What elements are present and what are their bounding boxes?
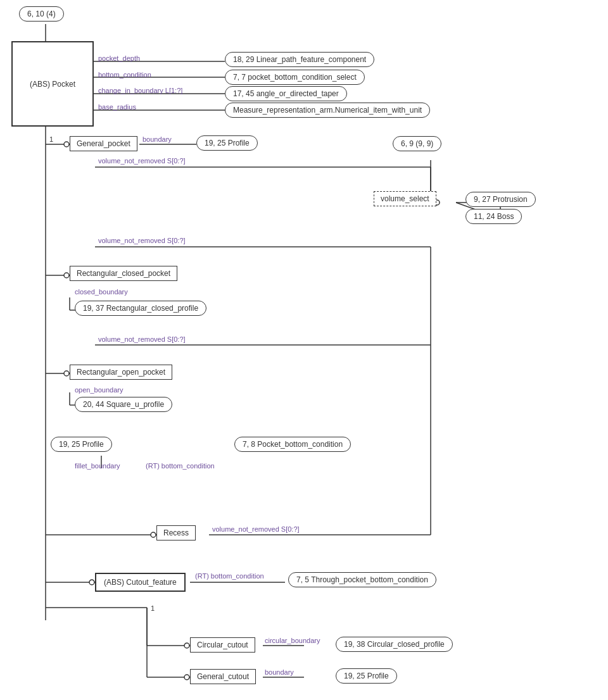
n8-node: 11, 24 Boss <box>466 209 522 224</box>
n5-node: 19, 25 Profile <box>196 135 258 151</box>
abs-pocket-label: (ABS) Pocket <box>30 80 75 89</box>
pocket-depth-label: pocket_depth <box>98 54 140 62</box>
boundary-label1: boundary <box>142 135 172 143</box>
diagram: 6, 10 (4) (ABS) Pocket pocket_depth bott… <box>0 0 608 700</box>
n6-node: 6, 9 (9, 9) <box>393 136 441 151</box>
abs-cutout-node: (ABS) Cutout_feature <box>95 573 186 592</box>
n12-node: 7, 8 Pocket_bottom_condition <box>234 437 351 452</box>
n1-node: 18, 29 Linear_path_feature_component <box>225 52 374 67</box>
volume-not-removed2: volume_not_removed S[0:?] <box>98 237 186 244</box>
n14-node: 19, 38 Circular_closed_profile <box>336 637 453 652</box>
base-radius-label: base_radius <box>98 103 136 111</box>
volume-not-removed4: volume_not_removed S[0:?] <box>212 525 300 533</box>
svg-point-40 <box>64 142 69 147</box>
svg-point-43 <box>151 532 156 537</box>
volume-select-node: volume_select <box>374 191 436 206</box>
n10-node: 20, 44 Square_u_profile <box>75 397 172 412</box>
svg-point-44 <box>89 580 94 585</box>
svg-point-41 <box>64 273 69 278</box>
recess-node: Recess <box>156 525 196 541</box>
rt-bottom-condition1: (RT) bottom_condition <box>146 462 215 470</box>
change-in-boundary-label: change_in_boundary L[1:?] <box>98 87 182 94</box>
svg-point-48 <box>184 643 189 648</box>
boundary-label2: boundary <box>265 668 294 676</box>
n9-node: 19, 37 Rectangular_closed_profile <box>75 301 206 316</box>
n13-node: 7, 5 Through_pocket_bottom_condition <box>288 572 436 587</box>
circular-boundary-label: circular_boundary <box>265 637 320 644</box>
open-boundary-label: open_boundary <box>75 386 123 394</box>
volume-not-removed3: volume_not_removed S[0:?] <box>98 335 186 343</box>
rect-closed-pocket-node: Rectangular_closed_pocket <box>70 266 177 281</box>
n15-node: 19, 25 Profile <box>336 668 397 684</box>
n11-node: 19, 25 Profile <box>51 437 112 452</box>
rt-bottom-condition2: (RT) bottom_condition <box>195 572 264 580</box>
n4-node: Measure_representation_arm.Numerical_ite… <box>225 103 430 118</box>
n2-node: 7, 7 pocket_bottom_condition_select <box>225 70 365 85</box>
general-pocket-node: General_pocket <box>70 136 137 151</box>
top-label-node: 6, 10 (4) <box>19 6 64 22</box>
rect-open-pocket-node: Rectangular_open_pocket <box>70 365 172 380</box>
volume-not-removed1: volume_not_removed S[0:?] <box>98 157 186 165</box>
circular-cutout-node: Circular_cutout <box>190 637 255 653</box>
bottom-condition-label: bottom_condition <box>98 71 151 78</box>
fillet-boundary-label: fillet_boundary <box>75 462 120 470</box>
n7-node: 9, 27 Protrusion <box>466 192 536 207</box>
one-label1: 1 <box>49 135 53 143</box>
abs-pocket-node: (ABS) Pocket <box>11 41 94 127</box>
svg-point-42 <box>64 371 69 376</box>
n3-node: 17, 45 angle_or_directed_taper <box>225 86 347 101</box>
general-cutout-node: General_cutout <box>190 669 256 684</box>
one-label2: 1 <box>151 604 155 612</box>
closed-boundary-label: closed_boundary <box>75 288 128 296</box>
svg-point-49 <box>184 675 189 680</box>
